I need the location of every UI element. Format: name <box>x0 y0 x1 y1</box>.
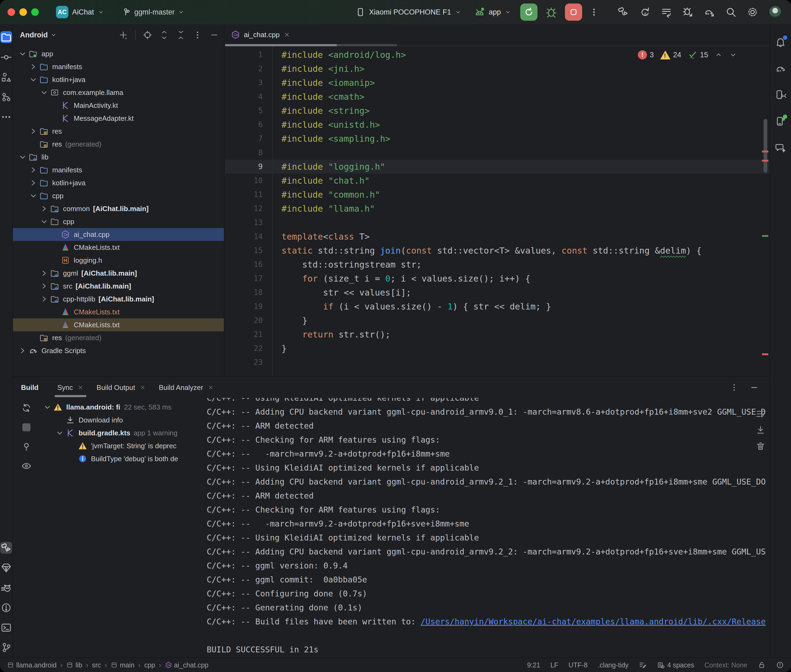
code-line[interactable]: 17 for (size_t i = 0; i < values.size();… <box>225 272 770 286</box>
chevron-right-icon[interactable] <box>39 204 49 213</box>
caret-position[interactable]: 9:21 <box>527 661 540 669</box>
expand-all-icon[interactable] <box>159 30 169 40</box>
code-line[interactable]: 14template<class T> <box>225 230 770 244</box>
tree-row[interactable]: manifests <box>13 163 224 176</box>
error-stripe-mark[interactable] <box>762 150 769 152</box>
build-tab-sync[interactable]: Sync <box>51 377 90 398</box>
tool-stripe-version-control[interactable] <box>0 642 12 653</box>
code-line[interactable]: 5#include <string> <box>225 104 770 118</box>
tab-scrollbar[interactable] <box>225 44 397 46</box>
code-line[interactable]: 22} <box>225 341 770 355</box>
chevron-down-icon[interactable] <box>39 88 49 98</box>
project-widget[interactable]: AC AiChat <box>56 6 104 18</box>
tree-row[interactable]: MainActivity.kt <box>13 99 224 112</box>
code-area[interactable]: 1#include <android/log.h>2#include <jni.… <box>225 46 770 376</box>
tree-row[interactable]: src[AiChat.lib.main] <box>13 280 224 293</box>
code-line[interactable]: 6#include <unistd.h> <box>225 118 770 132</box>
code-line[interactable]: 4#include <cmath> <box>225 90 770 104</box>
tool-stripe-notifications[interactable] <box>774 36 787 48</box>
tree-row[interactable]: common[AiChat.lib.main] <box>13 202 224 215</box>
indent-setting[interactable]: 4 spaces <box>657 661 694 669</box>
breadcrumb-item[interactable]: Cai_chat.cpp <box>165 661 209 669</box>
code-line[interactable]: 7#include <sampling.h> <box>225 132 770 146</box>
build-hammer-icon[interactable] <box>618 6 629 18</box>
breadcrumb-item[interactable]: llama.android <box>7 661 56 669</box>
device-selector[interactable]: Xiaomi POCOPHONE F1 <box>356 7 461 17</box>
run-config-selector[interactable]: app <box>474 7 511 18</box>
tool-stripe-device-manager[interactable] <box>774 89 787 101</box>
tool-stripe-running-devices[interactable] <box>774 115 787 128</box>
tree-row[interactable]: MessageAdapter.kt <box>13 112 224 125</box>
stop-icon[interactable] <box>21 422 32 432</box>
code-line[interactable]: 3#include <iomanip> <box>225 76 770 90</box>
tool-stripe-vcs[interactable] <box>0 91 12 103</box>
editor-tab-ai_chat[interactable]: C ai_chat.cpp <box>225 24 297 45</box>
code-line[interactable]: 16 std::ostringstream str; <box>225 258 770 272</box>
attach-debugger-icon[interactable] <box>682 6 693 18</box>
chevron-down-icon[interactable] <box>18 152 27 162</box>
chevron-down-icon[interactable] <box>39 217 49 226</box>
tree-row[interactable]: Cai_chat.cpp <box>13 228 224 241</box>
tree-row[interactable]: kotlin+java <box>13 73 224 86</box>
locate-icon[interactable] <box>143 30 152 40</box>
chevron-right-icon[interactable] <box>29 62 38 72</box>
chevron-down-icon[interactable] <box>18 49 27 59</box>
zoom-window-button[interactable] <box>31 8 39 16</box>
tree-row[interactable]: app <box>13 47 224 60</box>
chevron-down-icon[interactable] <box>43 402 52 412</box>
tool-stripe-logcat[interactable] <box>0 582 12 594</box>
chevron-right-icon[interactable] <box>29 165 38 175</box>
chevron-right-icon[interactable] <box>18 346 27 355</box>
tree-row[interactable]: CMakeLists.txt <box>13 241 224 254</box>
tree-row[interactable]: res(generated) <box>13 138 224 150</box>
tool-stripe-project[interactable] <box>0 31 12 43</box>
code-line[interactable]: 13 <box>225 216 770 230</box>
minimize-window-button[interactable] <box>19 8 27 16</box>
build-panel-title[interactable]: Build <box>21 384 39 392</box>
build-tab-build-analyzer[interactable]: Build Analyzer <box>152 377 220 398</box>
passed-count[interactable]: 15 <box>688 50 708 60</box>
change-stripe-mark[interactable] <box>762 235 769 237</box>
tree-row[interactable]: BuildType 'debug' is both de <box>40 452 207 465</box>
more-options-icon[interactable] <box>730 383 739 392</box>
code-line[interactable]: 11#include "common.h" <box>225 188 770 202</box>
more-vertical-icon[interactable] <box>193 30 202 40</box>
gradle-sync-icon[interactable] <box>704 6 715 18</box>
tree-row[interactable]: CMakeLists.txt <box>13 318 224 331</box>
editor-scrollbar[interactable] <box>764 119 767 173</box>
user-avatar[interactable] <box>769 5 782 19</box>
lock-icon[interactable] <box>757 661 766 669</box>
chevron-right-icon[interactable] <box>29 178 38 188</box>
formatter-icon[interactable] <box>639 661 647 669</box>
tool-stripe-gradle[interactable] <box>774 62 787 75</box>
apply-changes-icon[interactable]: A <box>639 6 650 18</box>
tree-row[interactable]: lib <box>13 150 224 163</box>
tree-row[interactable]: logging.h <box>13 254 224 267</box>
hide-icon[interactable] <box>209 30 219 40</box>
tree-row[interactable]: ggml[AiChat.lib.main] <box>13 267 224 280</box>
stop-button[interactable] <box>565 3 582 21</box>
chevron-right-icon[interactable] <box>39 294 49 304</box>
breadcrumb-item[interactable]: lib <box>66 661 82 669</box>
tree-row[interactable]: cpp <box>13 215 224 228</box>
code-line[interactable]: 15static std::string join(const std::vec… <box>225 244 770 258</box>
vcs-branch-widget[interactable]: ggml-master <box>122 8 185 17</box>
tree-row[interactable]: build.gradle.ktsapp 1 warning <box>40 427 207 439</box>
tree-row[interactable]: com.example.llama <box>13 86 224 99</box>
error-stripe-mark[interactable] <box>762 160 769 162</box>
next-highlight-icon[interactable] <box>729 51 737 59</box>
code-line[interactable]: 12#include "llama.h" <box>225 202 770 216</box>
tree-row[interactable]: Gradle Scripts <box>13 344 224 357</box>
tree-row[interactable]: llama.android: fi22 sec, 583 ms <box>40 401 207 414</box>
code-line[interactable]: 8 <box>225 146 770 160</box>
error-indicator-icon[interactable] <box>776 661 784 669</box>
chevron-right-icon[interactable] <box>39 268 49 278</box>
code-line[interactable]: 18 str << values[i]; <box>225 286 770 299</box>
tree-row[interactable]: manifests <box>13 60 224 73</box>
tool-stripe-structure[interactable] <box>0 72 12 83</box>
inspection-widget[interactable]: !3 24 15 <box>638 50 737 60</box>
tree-row[interactable]: kotlin+java <box>13 176 224 189</box>
tool-stripe-gemini[interactable] <box>774 141 787 154</box>
re-sync-icon[interactable] <box>21 403 32 413</box>
scroll-to-end-icon[interactable] <box>756 425 766 435</box>
